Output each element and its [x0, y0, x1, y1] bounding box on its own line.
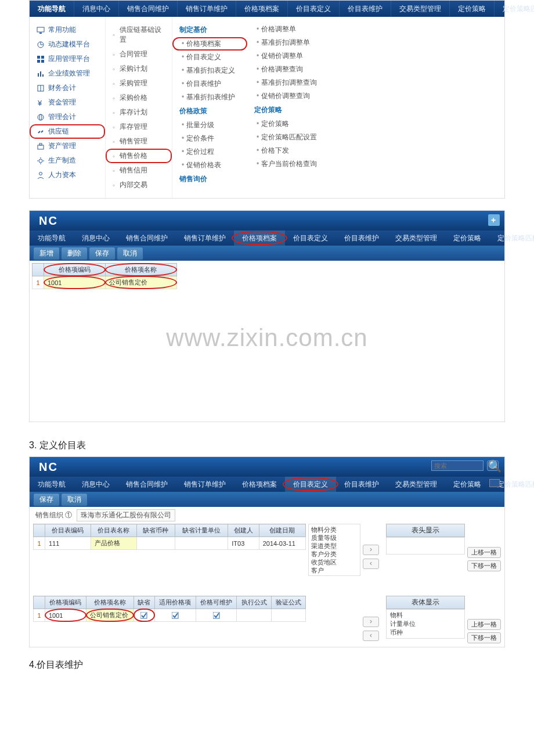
col-name[interactable]: 价格项名称: [105, 264, 176, 276]
move-up-button[interactable]: 上移一格: [467, 619, 501, 630]
list-item[interactable]: 客户: [310, 566, 359, 574]
sidebar-item-link[interactable]: 供应链: [30, 124, 105, 139]
col-h[interactable]: 创建日期: [259, 524, 305, 537]
nav-tab[interactable]: 价格项档案: [236, 1, 288, 17]
nav-tab[interactable]: 消息中心: [74, 1, 119, 17]
sidebar-item-asset[interactable]: 资产管理: [30, 139, 105, 153]
cell-code[interactable]: 1001: [44, 276, 106, 289]
submenu-item[interactable]: 内部交易: [106, 178, 172, 192]
table-row[interactable]: 1 1001 公司销售定价: [33, 276, 177, 289]
col-h[interactable]: 缺省币种: [136, 524, 175, 537]
link-item[interactable]: 促销价格表: [172, 159, 247, 172]
submenu-item[interactable]: 库存计划: [106, 105, 172, 120]
cell[interactable]: 产品价格: [91, 537, 136, 550]
cell[interactable]: 1001: [45, 609, 86, 622]
delete-button[interactable]: 删除: [61, 247, 88, 260]
nav-tab[interactable]: 交易类型管理: [387, 231, 445, 246]
link-item[interactable]: 基准折扣调整单: [247, 36, 504, 49]
nav-tab[interactable]: 功能导航: [30, 477, 74, 492]
sidebar-item-globe[interactable]: 管理会计: [30, 110, 105, 124]
nav-tab[interactable]: 定价策略: [445, 231, 489, 246]
link-item[interactable]: 价格调整查询: [247, 63, 504, 76]
link-item[interactable]: 促销价调整查询: [247, 89, 504, 103]
col-h[interactable]: 价格可维护: [196, 596, 237, 609]
move-up-button[interactable]: 上移一格: [467, 547, 501, 558]
col-h[interactable]: 适用价格项: [155, 596, 196, 609]
nav-tab[interactable]: 销售合同维护: [118, 477, 176, 492]
col-h[interactable]: 缺省计量单位: [175, 524, 228, 537]
nav-tab[interactable]: 定价策略: [445, 477, 489, 492]
cancel-button[interactable]: 取消: [61, 493, 88, 506]
cell[interactable]: [136, 537, 175, 550]
nav-tab[interactable]: 交易类型管理: [387, 477, 445, 492]
nav-tab[interactable]: 价目表定义: [288, 1, 340, 17]
nav-tab[interactable]: 消息中心: [74, 477, 118, 492]
list-item[interactable]: 币种: [390, 628, 461, 637]
link-item[interactable]: 价目表维护: [172, 77, 247, 91]
sidebar-item-yen[interactable]: ¥资金管理: [30, 95, 105, 110]
sidebar-item-book[interactable]: 财务会计: [30, 81, 105, 95]
nav-tab[interactable]: 销售合同维护: [119, 1, 178, 17]
cell-name[interactable]: 公司销售定价: [105, 276, 176, 289]
nav-tab[interactable]: 功能导航: [30, 1, 74, 17]
nav-tab[interactable]: 价格项档案: [234, 231, 285, 246]
submenu-item[interactable]: 销售信用: [106, 163, 172, 178]
sidebar-item-gear[interactable]: 生产制造: [30, 153, 105, 168]
sidebar-item-grid[interactable]: 应用管理平台: [30, 52, 105, 66]
table-row[interactable]: 1 1001 公司销售定价: [34, 609, 306, 622]
col-code[interactable]: 价格项编码: [44, 264, 106, 276]
nav-tab[interactable]: 价目表维护: [336, 231, 387, 246]
list-item[interactable]: 质量等级: [310, 534, 359, 542]
list-item[interactable]: 收货地区: [310, 558, 359, 566]
col-h[interactable]: 创建人: [228, 524, 259, 537]
search-input[interactable]: [431, 460, 484, 471]
nav-tab[interactable]: 销售合同维护: [118, 231, 176, 246]
save-button[interactable]: 保存: [33, 493, 60, 506]
nav-tab[interactable]: 定价策略匹配设置: [489, 231, 534, 246]
submenu-item[interactable]: 销售管理: [106, 134, 172, 149]
nav-tab[interactable]: 定价策略: [450, 1, 495, 17]
col-h[interactable]: 执行公式: [237, 596, 271, 609]
sidebar-item-person[interactable]: 人力资本: [30, 168, 105, 182]
link-item[interactable]: 基准折扣表维护: [172, 91, 247, 104]
link-item[interactable]: 定价过程: [172, 145, 247, 159]
maximize-icon[interactable]: [489, 479, 500, 487]
move-right-icon[interactable]: ›: [363, 617, 379, 627]
link-item[interactable]: 定价策略: [247, 117, 504, 131]
cell[interactable]: [175, 537, 228, 550]
checkbox-cell[interactable]: [155, 609, 196, 622]
nav-tab[interactable]: 价目表定义: [285, 477, 336, 492]
checkbox-cell[interactable]: [134, 609, 154, 622]
nav-tab[interactable]: 定价策略匹配设置: [495, 1, 534, 17]
cell[interactable]: [271, 609, 305, 622]
cell[interactable]: 2014-03-11: [259, 537, 305, 550]
col-h[interactable]: 验证公式: [271, 596, 305, 609]
sidebar-item-bar[interactable]: 企业绩效管理: [30, 66, 105, 81]
save-button[interactable]: 保存: [89, 247, 116, 260]
sales-org-value[interactable]: 珠海市乐通化工股份有限公司: [77, 509, 175, 521]
col-h[interactable]: 价格项名称: [86, 596, 134, 609]
link-item[interactable]: 批量分级: [172, 118, 247, 132]
cell[interactable]: [237, 609, 271, 622]
checkbox-cell[interactable]: [196, 609, 237, 622]
cell[interactable]: 公司销售定价: [86, 609, 134, 622]
submenu-item[interactable]: 采购价格: [106, 91, 172, 105]
link-item[interactable]: 定价条件: [172, 132, 247, 145]
table-row[interactable]: 1 111 产品价格 IT03 2014-03-11: [34, 537, 306, 550]
sidebar-item-monitor[interactable]: 常用功能: [30, 23, 105, 37]
link-item[interactable]: 价格项档案: [172, 37, 247, 51]
move-right-icon[interactable]: ›: [363, 545, 379, 555]
nav-tab[interactable]: 价目表维护: [336, 477, 387, 492]
list-item[interactable]: 计量单位: [390, 620, 461, 628]
link-item[interactable]: 价格下发: [247, 144, 504, 157]
nav-tab[interactable]: 销售订单维护: [176, 231, 234, 246]
nav-tab[interactable]: 交易类型管理: [391, 1, 450, 17]
list-item[interactable]: 物料: [390, 611, 461, 620]
list-item[interactable]: 客户分类: [310, 550, 359, 558]
link-item[interactable]: 基准折扣表定义: [172, 64, 247, 77]
list-item[interactable]: 渠道类型: [310, 542, 359, 550]
nav-tab[interactable]: 价目表定义: [285, 231, 336, 246]
submenu-item[interactable]: 采购管理: [106, 76, 172, 91]
cell[interactable]: IT03: [228, 537, 259, 550]
submenu-item[interactable]: 库存管理: [106, 120, 172, 134]
